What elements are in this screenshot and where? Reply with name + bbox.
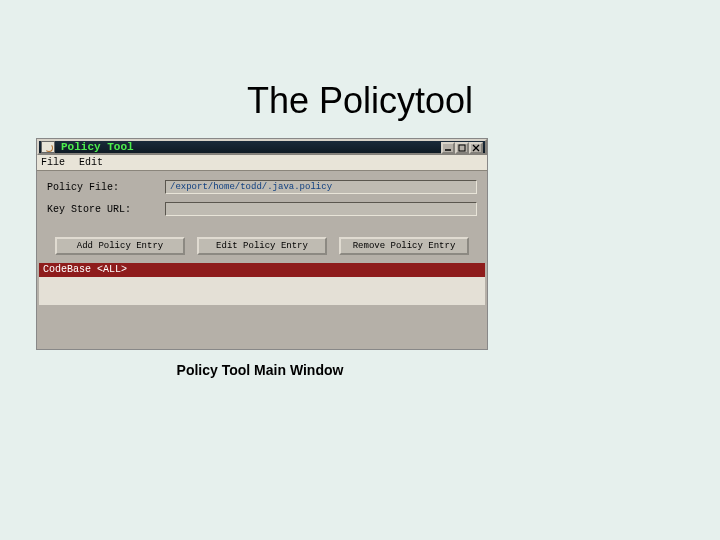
maximize-icon [458,144,466,152]
window-title: Policy Tool [61,141,134,153]
policytool-window: Policy Tool File Edit Policy File: /expo… [36,138,488,350]
button-row: Add Policy Entry Edit Policy Entry Remov… [37,225,487,263]
menubar: File Edit [37,155,487,171]
window-titlebar[interactable]: Policy Tool [37,139,487,155]
list-item-selected[interactable]: CodeBase <ALL> [39,263,485,277]
window-controls [441,142,483,154]
java-icon [41,141,55,153]
edit-policy-entry-button[interactable]: Edit Policy Entry [197,237,327,255]
slide-title: The Policytool [0,80,720,122]
minimize-button[interactable] [441,142,455,154]
minimize-icon [444,144,452,152]
policy-file-input[interactable]: /export/home/todd/.java.policy [165,180,477,194]
add-policy-entry-button[interactable]: Add Policy Entry [55,237,185,255]
maximize-button[interactable] [455,142,469,154]
svg-rect-1 [459,145,465,151]
list-empty-area[interactable] [39,277,485,305]
policy-file-label: Policy File: [47,182,165,193]
keystore-row: Key Store URL: [47,201,477,217]
close-icon [472,144,480,152]
menu-file[interactable]: File [41,157,65,168]
policy-list[interactable]: CodeBase <ALL> [39,263,485,305]
close-button[interactable] [469,142,483,154]
form-area: Policy File: /export/home/todd/.java.pol… [37,171,487,225]
remove-policy-entry-button[interactable]: Remove Policy Entry [339,237,469,255]
policy-file-row: Policy File: /export/home/todd/.java.pol… [47,179,477,195]
keystore-input[interactable] [165,202,477,216]
menu-edit[interactable]: Edit [79,157,103,168]
keystore-label: Key Store URL: [47,204,165,215]
slide-caption: Policy Tool Main Window [0,362,520,378]
